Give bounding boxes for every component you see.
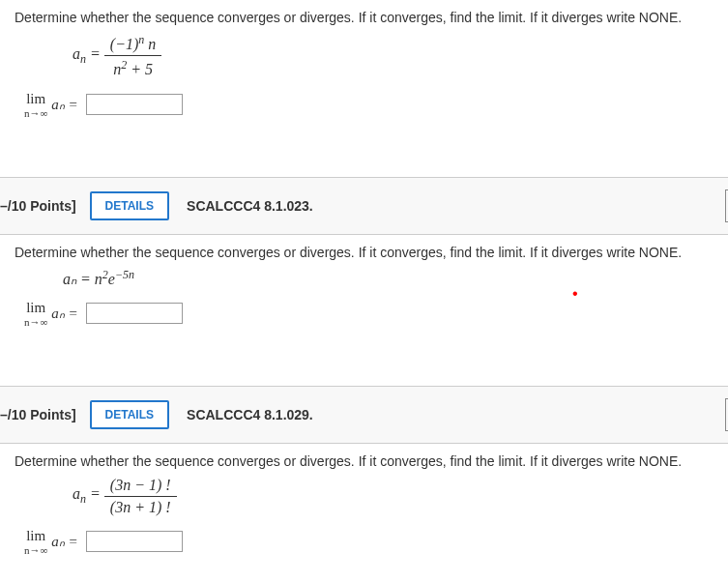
points-label: –/10 Points] [0, 407, 76, 422]
limit-notation: lim n→∞ [24, 528, 47, 556]
an-equals: aₙ = [51, 533, 77, 550]
points-label: –/10 Points] [0, 198, 76, 214]
formula-2: aₙ = n2e−5n [63, 268, 713, 288]
answer-input-1[interactable] [86, 94, 183, 115]
source-label: SCALCCC4 8.1.029. [187, 407, 313, 422]
formula-1: an = (−1)n n n2 + 5 [73, 33, 713, 79]
fraction-3: (3n − 1) ! (3n + 1) ! [104, 477, 177, 516]
limit-row-1: lim n→∞ aₙ = [24, 91, 713, 119]
answer-input-2[interactable] [86, 303, 183, 324]
instruction-text: Determine whether the sequence converges… [15, 245, 713, 260]
instruction-text: Determine whether the sequence converges… [15, 453, 713, 469]
red-dot-icon: • [572, 285, 578, 303]
answer-input-3[interactable] [86, 531, 183, 552]
details-button[interactable]: DETAILS [90, 191, 169, 220]
an-equals: aₙ = [51, 96, 77, 113]
limit-row-3: lim n→∞ aₙ = [24, 528, 713, 556]
limit-notation: lim n→∞ [24, 91, 47, 119]
limit-row-2: lim n→∞ aₙ = [24, 300, 713, 328]
fraction-1: (−1)n n n2 + 5 [104, 33, 161, 79]
an-equals: aₙ = [51, 305, 77, 322]
instruction-text: Determine whether the sequence converges… [15, 10, 713, 25]
question-2: Determine whether the sequence converges… [0, 235, 728, 357]
source-label: SCALCCC4 8.1.023. [187, 198, 313, 214]
limit-notation: lim n→∞ [24, 300, 47, 328]
question-1: Determine whether the sequence converges… [0, 0, 728, 148]
question-header-3: –/10 Points] DETAILS SCALCCC4 8.1.029. [0, 386, 728, 444]
details-button[interactable]: DETAILS [90, 400, 169, 429]
question-header-2: –/10 Points] DETAILS SCALCCC4 8.1.023. [0, 177, 728, 235]
question-3: Determine whether the sequence converges… [0, 444, 728, 571]
formula-3: an = (3n − 1) ! (3n + 1) ! [73, 477, 713, 516]
